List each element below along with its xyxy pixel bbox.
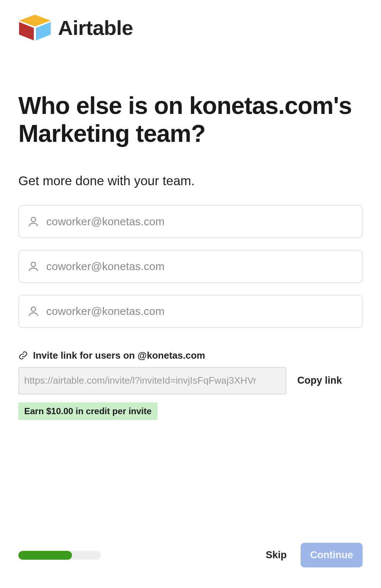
airtable-logo-icon: [18, 15, 51, 40]
person-icon: [27, 260, 40, 273]
page-title: Who else is on konetas.com's Marketing t…: [18, 92, 363, 148]
svg-point-5: [31, 307, 36, 311]
credit-badge: Earn $10.00 in credit per invite: [18, 402, 157, 420]
person-icon: [27, 215, 40, 228]
email-input-2[interactable]: [46, 260, 354, 273]
page-subtitle: Get more done with your team.: [18, 173, 363, 188]
continue-button[interactable]: Continue: [301, 543, 363, 567]
brand-name: Airtable: [58, 16, 133, 40]
progress-fill: [18, 551, 72, 560]
svg-point-4: [31, 262, 36, 266]
link-icon: [18, 351, 28, 360]
person-icon: [27, 305, 40, 318]
progress-bar: [18, 551, 101, 560]
email-input-1[interactable]: [46, 215, 354, 228]
skip-button[interactable]: Skip: [266, 549, 287, 561]
email-field-2[interactable]: [18, 250, 363, 283]
copy-link-button[interactable]: Copy link: [297, 375, 342, 386]
invite-link-label: Invite link for users on @konetas.com: [33, 350, 205, 361]
brand-logo: Airtable: [18, 15, 363, 40]
svg-point-3: [31, 217, 36, 222]
email-field-3[interactable]: [18, 295, 363, 328]
email-input-3[interactable]: [46, 305, 354, 318]
invite-link-box[interactable]: [18, 367, 286, 394]
email-field-1[interactable]: [18, 205, 363, 238]
invite-link-input[interactable]: [24, 375, 280, 386]
